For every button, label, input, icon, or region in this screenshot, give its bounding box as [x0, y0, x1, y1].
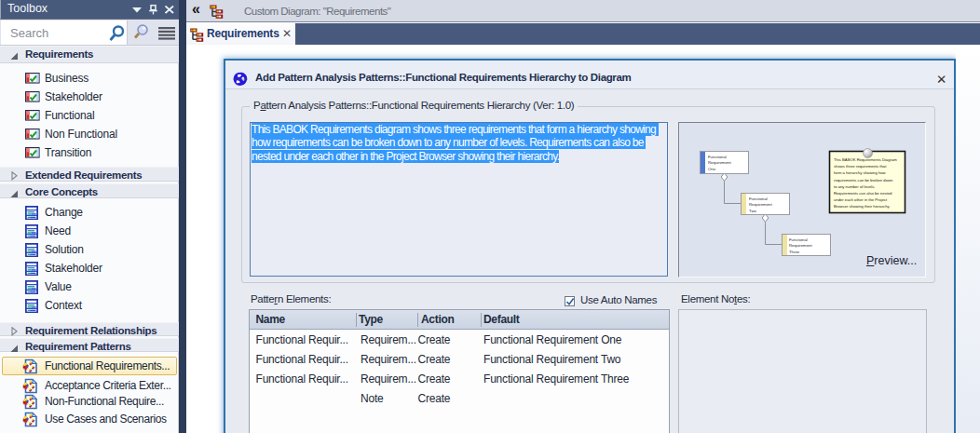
- svg-text:Three: Three: [789, 250, 800, 254]
- svg-text:Functional: Functional: [749, 196, 768, 201]
- svg-text:Functional: Functional: [789, 237, 808, 242]
- svg-text:Requirement: Requirement: [789, 243, 812, 248]
- svg-text:shows three requirements that: shows three requirements that: [834, 164, 887, 169]
- svg-text:Requirement: Requirement: [749, 202, 772, 207]
- svg-text:Browser showing their hierarch: Browser showing their hierarchy.: [834, 204, 890, 209]
- svg-text:Two: Two: [749, 209, 756, 213]
- svg-text:requirements can be broken dow: requirements can be broken down: [834, 178, 893, 183]
- svg-text:Functional: Functional: [708, 155, 727, 159]
- svg-text:This BABOK Requirements Diagra: This BABOK Requirements Diagram: [834, 157, 897, 162]
- svg-text:One: One: [708, 167, 716, 171]
- svg-text:under each other in the Projec: under each other in the Project: [834, 197, 888, 202]
- svg-text:Requirement: Requirement: [708, 160, 731, 165]
- svg-text:form a hierarchy showing how: form a hierarchy showing how: [834, 170, 887, 175]
- svg-text:to any number of levels.: to any number of levels.: [834, 184, 875, 189]
- svg-text:Requirements can also be neste: Requirements can also be nested: [834, 191, 892, 196]
